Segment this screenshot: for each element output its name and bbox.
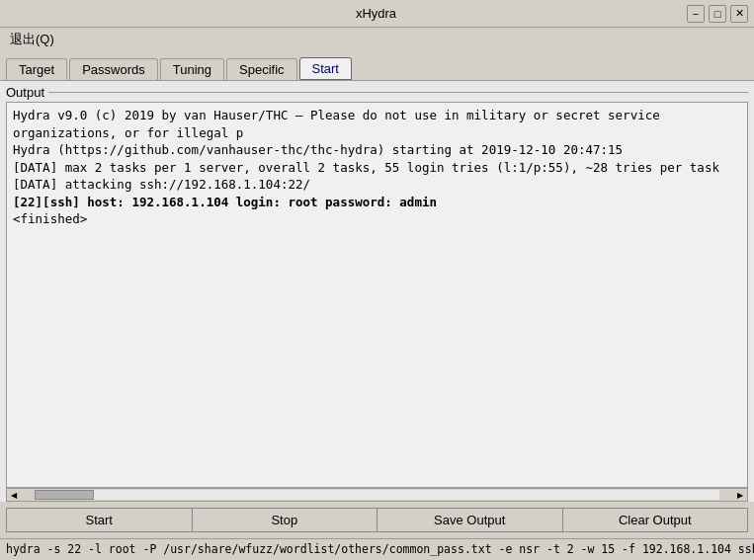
output-line: Hydra v9.0 (c) 2019 by van Hauser/THC – … — [13, 107, 741, 141]
tab-passwords[interactable]: Passwords — [69, 58, 158, 80]
output-line: [DATA] max 2 tasks per 1 server, overall… — [13, 159, 741, 177]
window-title: xHydra — [65, 6, 687, 21]
scroll-thumb[interactable] — [35, 490, 94, 500]
output-divider — [48, 92, 748, 93]
output-line: [22][ssh] host: 192.168.1.104 login: roo… — [13, 194, 741, 211]
output-section-header: Output — [0, 81, 754, 102]
tab-bar: Target Passwords Tuning Specific Start — [0, 51, 754, 81]
stop-button[interactable]: Stop — [192, 508, 377, 532]
status-bar: hydra -s 22 -l root -P /usr/share/wfuzz/… — [0, 538, 754, 560]
output-lines: Hydra v9.0 (c) 2019 by van Hauser/THC – … — [13, 107, 741, 228]
bottom-buttons: Start Stop Save Output Clear Output — [0, 502, 754, 538]
tab-start[interactable]: Start — [299, 57, 352, 80]
scroll-right-arrow[interactable]: ▶ — [733, 488, 747, 502]
output-line: Hydra (https://github.com/vanhauser-thc/… — [13, 141, 741, 159]
horizontal-scrollbar[interactable]: ◀ ▶ — [6, 488, 748, 502]
scroll-track — [35, 490, 719, 500]
window-controls: − □ ✕ — [687, 5, 748, 23]
menu-bar: 退出(Q) — [0, 28, 754, 51]
output-label: Output — [6, 85, 44, 100]
maximize-button[interactable]: □ — [709, 5, 726, 23]
output-line: <finished> — [13, 210, 741, 228]
main-area: Output Hydra v9.0 (c) 2019 by van Hauser… — [0, 81, 754, 538]
start-button[interactable]: Start — [6, 508, 192, 532]
clear-output-button[interactable]: Clear Output — [562, 508, 749, 532]
close-button[interactable]: ✕ — [730, 5, 748, 23]
tab-tuning[interactable]: Tuning — [160, 58, 224, 80]
tab-specific[interactable]: Specific — [226, 58, 297, 80]
save-output-button[interactable]: Save Output — [377, 508, 562, 532]
scroll-left-arrow[interactable]: ◀ — [7, 488, 21, 502]
quit-menu-item[interactable]: 退出(Q) — [6, 29, 58, 50]
tab-target[interactable]: Target — [6, 58, 67, 80]
title-bar: xHydra − □ ✕ — [0, 0, 754, 28]
status-text: hydra -s 22 -l root -P /usr/share/wfuzz/… — [6, 542, 754, 556]
minimize-button[interactable]: − — [687, 5, 705, 23]
output-line: [DATA] attacking ssh://192.168.1.104:22/ — [13, 176, 741, 194]
output-area[interactable]: Hydra v9.0 (c) 2019 by van Hauser/THC – … — [6, 102, 748, 488]
